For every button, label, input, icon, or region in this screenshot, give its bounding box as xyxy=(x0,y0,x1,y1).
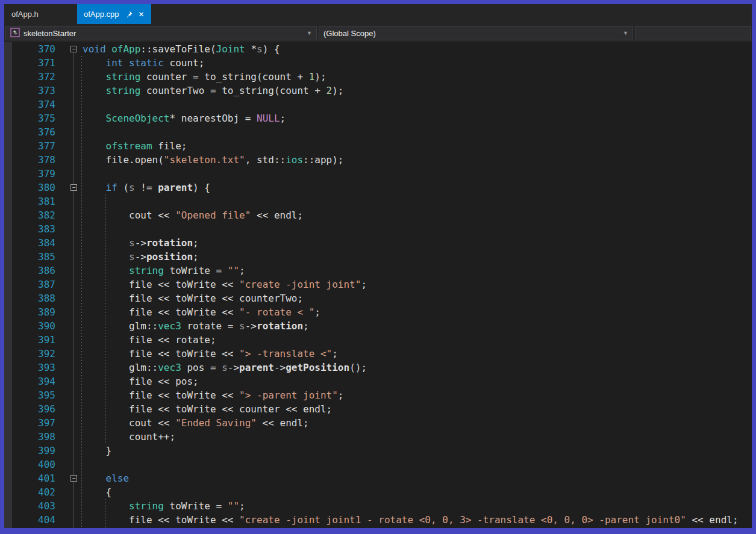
code-line[interactable]: 399 } xyxy=(4,444,752,458)
fold-collapse-toggle[interactable]: − xyxy=(70,46,77,52)
outline-margin xyxy=(55,236,83,250)
fold-collapse-toggle[interactable]: − xyxy=(70,184,77,191)
line-number: 392 xyxy=(12,347,55,361)
code-line[interactable]: 401− else xyxy=(4,471,752,485)
code-line[interactable]: 388 file << toWrite << counterTwo; xyxy=(4,291,752,305)
code-line[interactable]: 405 } xyxy=(4,527,752,528)
outline-margin xyxy=(55,402,83,416)
outline-margin xyxy=(55,374,83,388)
code-line[interactable]: 400 xyxy=(4,458,752,471)
outline-margin xyxy=(55,222,83,236)
code-text: SceneObject* nearestObj = NULL; xyxy=(83,111,286,125)
code-line[interactable]: 404 file << toWrite << "create -joint jo… xyxy=(4,513,752,527)
line-number: 394 xyxy=(12,374,55,388)
outline-margin xyxy=(55,194,83,208)
code-text: s->position; xyxy=(83,250,199,264)
code-line[interactable]: 398 count++; xyxy=(4,430,752,444)
code-editor[interactable]: 370−void ofApp::saveToFile(Joint *s) {37… xyxy=(4,42,752,528)
code-line[interactable]: 383 xyxy=(4,222,752,236)
code-line[interactable]: 373 string counterTwo = to_string(count … xyxy=(4,84,752,98)
code-text: file << toWrite << "> -parent joint"; xyxy=(83,388,344,402)
code-line[interactable]: 387 file << toWrite << "create -joint jo… xyxy=(4,278,752,291)
line-number: 374 xyxy=(12,98,55,111)
outline-margin xyxy=(55,98,83,111)
code-text: file << toWrite << "- rotate < "; xyxy=(83,305,320,319)
close-icon[interactable]: ✕ xyxy=(139,11,145,18)
scope-name: (Global Scope) xyxy=(323,29,376,38)
outline-margin xyxy=(55,84,83,98)
code-line[interactable]: 395 file << toWrite << "> -parent joint"… xyxy=(4,388,752,402)
outline-margin: − xyxy=(55,471,83,485)
line-number: 400 xyxy=(12,458,55,471)
code-line[interactable]: 390 glm::vec3 rotate = s->rotation; xyxy=(4,319,752,333)
project-dropdown[interactable]: skeletonStarter ▼ xyxy=(5,26,317,40)
code-line[interactable]: 379 xyxy=(4,167,752,181)
outline-margin xyxy=(55,125,83,139)
code-line[interactable]: 389 file << toWrite << "- rotate < "; xyxy=(4,305,752,319)
line-number: 402 xyxy=(12,485,55,499)
code-line[interactable]: 380− if (s != parent) { xyxy=(4,181,752,194)
line-number: 397 xyxy=(12,416,55,430)
code-text: cout << "Ended Saving" << endl; xyxy=(83,416,309,430)
line-number: 389 xyxy=(12,305,55,319)
line-number: 378 xyxy=(12,153,55,167)
outline-margin xyxy=(55,388,83,402)
code-text: } xyxy=(83,527,111,528)
code-line[interactable]: 374 xyxy=(4,98,752,111)
outline-margin xyxy=(55,430,83,444)
scope-dropdown[interactable]: (Global Scope) ▼ xyxy=(319,26,633,40)
line-number: 371 xyxy=(12,56,55,70)
outline-margin xyxy=(55,278,83,291)
line-number: 376 xyxy=(12,125,55,139)
code-text: file << toWrite << "create -joint joint"… xyxy=(83,278,367,291)
code-text: string counterTwo = to_string(count + 2)… xyxy=(83,84,343,98)
line-number: 381 xyxy=(12,194,55,208)
chevron-down-icon: ▼ xyxy=(623,30,628,36)
code-text: file << rotate; xyxy=(83,333,216,347)
code-line[interactable]: 381 xyxy=(4,194,752,208)
code-line[interactable]: 384 s->rotation; xyxy=(4,236,752,250)
outline-margin xyxy=(55,111,83,125)
code-line[interactable]: 375 SceneObject* nearestObj = NULL; xyxy=(4,111,752,125)
code-line[interactable]: 372 string counter = to_string(count + 1… xyxy=(4,70,752,84)
code-line[interactable]: 402 { xyxy=(4,485,752,499)
code-line[interactable]: 386 string toWrite = ""; xyxy=(4,264,752,278)
tab-label: ofApp.cpp xyxy=(84,10,119,19)
line-number: 377 xyxy=(12,139,55,153)
outline-margin xyxy=(55,527,83,528)
code-text: if (s != parent) { xyxy=(83,181,210,194)
code-text: file << toWrite << counter << endl; xyxy=(83,402,332,416)
tab-ofapp-h[interactable]: ofApp.h xyxy=(4,4,77,24)
cpp-project-icon xyxy=(10,28,20,39)
code-line[interactable]: 371 int static count; xyxy=(4,56,752,70)
line-number: 372 xyxy=(12,70,55,84)
code-line[interactable]: 397 cout << "Ended Saving" << endl; xyxy=(4,416,752,430)
line-number: 404 xyxy=(12,513,55,527)
code-line[interactable]: 394 file << pos; xyxy=(4,374,752,388)
code-line[interactable]: 393 glm::vec3 pos = s->parent->getPositi… xyxy=(4,361,752,374)
line-number: 396 xyxy=(12,402,55,416)
code-line[interactable]: 382 cout << "Opened file" << endl; xyxy=(4,208,752,222)
code-line[interactable]: 391 file << rotate; xyxy=(4,333,752,347)
code-text: file << pos; xyxy=(83,374,199,388)
line-number: 382 xyxy=(12,208,55,222)
tab-ofapp-cpp[interactable]: ofApp.cpp ✕ xyxy=(77,4,151,24)
code-line[interactable]: 385 s->position; xyxy=(4,250,752,264)
code-line[interactable]: 403 string toWrite = ""; xyxy=(4,499,752,513)
line-number: 395 xyxy=(12,388,55,402)
code-line[interactable]: 376 xyxy=(4,125,752,139)
outline-margin: − xyxy=(55,181,83,194)
outline-margin xyxy=(55,167,83,181)
code-line[interactable]: 377 ofstream file; xyxy=(4,139,752,153)
code-text: } xyxy=(83,444,111,458)
code-line[interactable]: 392 file << toWrite << "> -translate <"; xyxy=(4,347,752,361)
code-text: int static count; xyxy=(83,56,204,70)
code-line[interactable]: 396 file << toWrite << counter << endl; xyxy=(4,402,752,416)
member-dropdown[interactable] xyxy=(635,26,751,40)
pin-icon[interactable] xyxy=(125,10,133,19)
code-line[interactable]: 370−void ofApp::saveToFile(Joint *s) { xyxy=(4,42,752,56)
code-text: else xyxy=(83,471,129,485)
code-text: void ofApp::saveToFile(Joint *s) { xyxy=(83,42,280,56)
fold-collapse-toggle[interactable]: − xyxy=(70,475,77,482)
code-line[interactable]: 378 file.open("skeleton.txt", std::ios::… xyxy=(4,153,752,167)
